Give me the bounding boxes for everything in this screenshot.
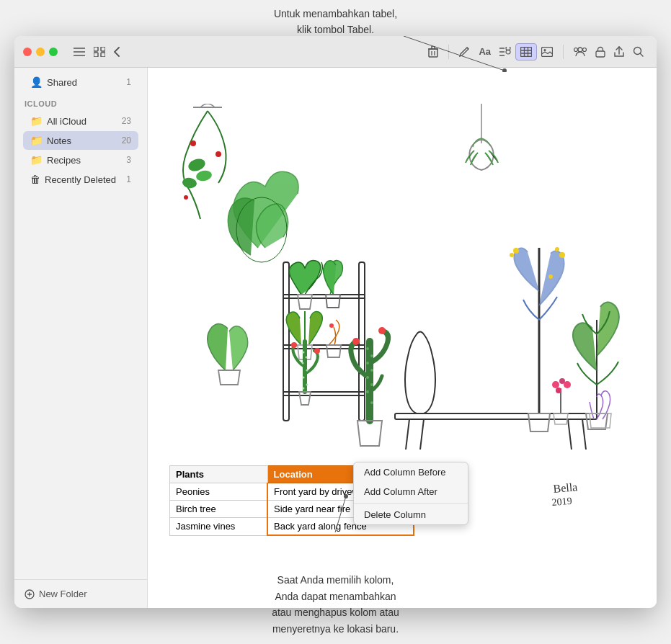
svg-point-64: [370, 369, 373, 372]
table-cell-plant-3[interactable]: Jasmine vines: [170, 518, 268, 536]
share-button[interactable]: [610, 43, 628, 61]
folder-icon-recipes: 📁: [30, 154, 43, 166]
main-window: Aa: [14, 36, 657, 608]
context-menu-divider: [354, 503, 468, 504]
svg-point-66: [370, 383, 373, 386]
table-cell-plant-1[interactable]: Peonies: [170, 483, 268, 501]
svg-point-65: [366, 376, 369, 379]
close-button[interactable]: [23, 48, 32, 56]
format-text-button[interactable]: Aa: [474, 43, 495, 60]
note-area[interactable]: Bella 2019 Plants Location: [148, 68, 657, 608]
svg-point-55: [306, 370, 308, 372]
lock-button[interactable]: [591, 43, 610, 61]
svg-rect-6: [101, 47, 105, 51]
svg-point-73: [555, 247, 559, 251]
svg-line-16: [467, 48, 468, 49]
svg-text:Bella: Bella: [553, 480, 578, 495]
divider1: [448, 45, 449, 59]
divider2: [563, 45, 564, 59]
sidebar-item-notes[interactable]: 📁 Notes 20: [23, 131, 138, 150]
svg-rect-7: [94, 53, 98, 57]
svg-point-53: [306, 357, 308, 359]
titlebar: Aa: [14, 36, 657, 68]
main-area: 👤 Shared 1 iCloud 📁 All iCloud 23 📁 Note…: [14, 68, 657, 608]
sidebar-item-shared[interactable]: 👤 Shared 1: [23, 73, 138, 91]
svg-point-70: [378, 327, 386, 334]
svg-rect-27: [542, 47, 553, 56]
media-button[interactable]: [537, 44, 557, 60]
svg-point-33: [634, 48, 641, 55]
table-button[interactable]: [515, 43, 537, 61]
delete-button[interactable]: [424, 43, 443, 61]
sidebar: 👤 Shared 1 iCloud 📁 All iCloud 23 📁 Note…: [14, 68, 148, 608]
svg-point-43: [215, 151, 221, 157]
traffic-lights: [23, 48, 58, 56]
svg-rect-8: [101, 53, 105, 57]
search-button[interactable]: [628, 43, 648, 60]
trash-icon: 🗑: [30, 174, 40, 185]
svg-point-30: [574, 48, 578, 51]
svg-point-29: [578, 48, 582, 52]
svg-point-76: [548, 274, 553, 279]
checklist-button[interactable]: [495, 44, 515, 60]
svg-point-58: [303, 388, 305, 390]
svg-point-75: [510, 253, 514, 257]
svg-rect-9: [429, 49, 437, 57]
svg-point-79: [564, 381, 571, 388]
svg-point-28: [544, 49, 546, 51]
svg-rect-5: [94, 47, 98, 51]
svg-point-62: [370, 354, 373, 357]
icloud-section-label: iCloud: [14, 94, 147, 109]
back-button[interactable]: [110, 44, 124, 60]
svg-point-60: [314, 348, 320, 354]
context-menu-delete-col[interactable]: Delete Column: [354, 505, 468, 524]
sidebar-item-all-icloud[interactable]: 📁 All iCloud 23: [23, 112, 138, 130]
svg-rect-22: [521, 47, 532, 56]
svg-point-42: [190, 140, 196, 146]
sidebar-item-recipes[interactable]: 📁 Recipes 3: [23, 151, 138, 169]
svg-point-31: [583, 48, 587, 51]
svg-line-34: [641, 54, 644, 57]
svg-point-51: [329, 323, 334, 328]
minimize-button[interactable]: [36, 48, 45, 56]
plant-drawing: Bella 2019: [148, 104, 657, 522]
svg-point-80: [556, 388, 561, 393]
svg-point-44: [184, 195, 188, 200]
new-folder-button[interactable]: New Folder: [20, 586, 91, 602]
folder-icon-all: 📁: [30, 115, 43, 127]
list-view-button[interactable]: [69, 44, 89, 60]
table-cell-plant-2[interactable]: Birch tree: [170, 501, 268, 518]
context-menu-add-col-after[interactable]: Add Column After: [354, 482, 468, 501]
svg-point-57: [306, 384, 308, 386]
svg-point-63: [366, 362, 369, 365]
svg-point-68: [370, 401, 373, 404]
svg-point-69: [352, 338, 360, 345]
svg-point-52: [303, 352, 305, 354]
svg-point-74: [513, 248, 519, 254]
callout-top: Untuk menambahkan tabel, klik tombol Tab…: [0, 6, 671, 38]
svg-point-59: [291, 342, 297, 348]
svg-point-61: [366, 347, 369, 350]
collaborate-button[interactable]: [569, 44, 591, 60]
svg-point-77: [552, 381, 559, 388]
context-menu: Add Column Before Add Column After Delet…: [353, 462, 468, 525]
folder-icon-notes: 📁: [30, 135, 43, 146]
table-header-plants: Plants: [170, 466, 268, 483]
svg-point-54: [302, 362, 304, 365]
shared-icon: 👤: [30, 76, 43, 88]
sidebar-bottom: New Folder: [14, 579, 147, 608]
svg-point-67: [366, 390, 369, 393]
svg-rect-32: [596, 51, 605, 57]
svg-point-72: [559, 252, 565, 258]
sidebar-item-recently-deleted[interactable]: 🗑 Recently Deleted 1: [23, 170, 138, 189]
svg-point-56: [303, 377, 305, 379]
grid-view-button[interactable]: [89, 44, 110, 60]
compose-button[interactable]: [455, 43, 474, 60]
svg-text:2019: 2019: [551, 496, 572, 508]
context-menu-add-col-before[interactable]: Add Column Before: [354, 462, 468, 482]
fullscreen-button[interactable]: [49, 48, 58, 56]
